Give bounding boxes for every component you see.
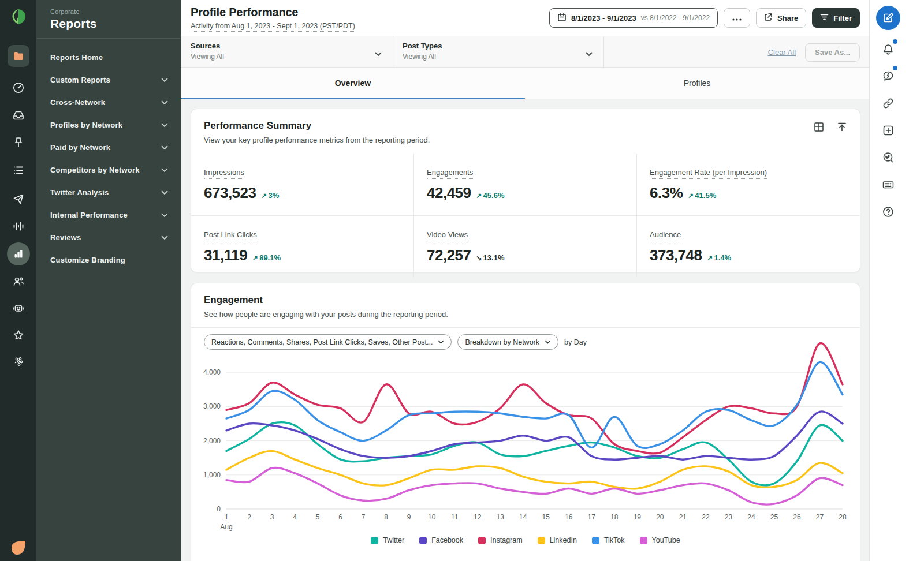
sidebar-item-customize-branding[interactable]: Customize Branding (36, 249, 181, 271)
sprout-logo-icon[interactable] (8, 6, 29, 28)
sidebar-item-label: Profiles by Network (50, 121, 122, 129)
legend-item-instagram[interactable]: Instagram (478, 536, 523, 544)
performance-summary-card: Performance Summary View your key profil… (191, 109, 860, 272)
x-axis-tick: 25 (770, 513, 778, 521)
reports-folder-icon[interactable] (8, 45, 29, 67)
keyboard-icon[interactable] (875, 172, 901, 197)
bot-icon[interactable] (8, 297, 29, 319)
sidebar-item-paid-by-network[interactable]: Paid by Network (36, 136, 181, 159)
sidebar-item-cross-network[interactable]: Cross-Network (36, 91, 181, 114)
engagement-title: Engagement (204, 294, 847, 306)
metric-label[interactable]: Engagement Rate (per Impression) (650, 168, 767, 179)
clear-all-link[interactable]: Clear All (768, 48, 796, 57)
notification-dot (893, 39, 897, 44)
profile-leaf-icon[interactable] (8, 537, 29, 559)
people-icon[interactable] (8, 271, 29, 293)
legend-swatch (592, 537, 599, 544)
x-axis-tick: 20 (656, 513, 664, 521)
x-axis-tick: 24 (747, 513, 755, 521)
date-range-button[interactable]: 8/1/2023 - 9/1/2023 vs 8/1/2022 - 9/1/20… (549, 8, 718, 28)
help-icon[interactable] (875, 199, 901, 225)
trend-down-icon: ↘ (476, 254, 482, 262)
bar-chart-icon[interactable] (7, 242, 30, 265)
y-axis-tick: 0 (217, 505, 221, 513)
sidebar-item-reviews[interactable]: Reviews (36, 226, 181, 249)
chevron-down-icon (161, 78, 168, 83)
x-axis-tick: 4 (293, 513, 297, 521)
compose-button[interactable] (876, 6, 900, 30)
gauge-icon[interactable] (8, 77, 29, 99)
sidebar-header: Corporate Reports (36, 0, 181, 39)
quick-actions-icon[interactable] (875, 63, 901, 89)
sidebar-item-twitter-analysis[interactable]: Twitter Analysis (36, 181, 181, 204)
send-icon[interactable] (8, 188, 29, 210)
link-icon[interactable] (875, 91, 901, 116)
legend-label: Instagram (490, 536, 523, 544)
legend-item-facebook[interactable]: Facebook (419, 536, 463, 544)
report-filter-bar: Sources Viewing All Post Types Viewing A… (181, 36, 869, 68)
legend-item-twitter[interactable]: Twitter (371, 536, 404, 544)
notifications-bell-icon[interactable] (875, 37, 901, 62)
y-axis-tick: 1,000 (203, 471, 221, 479)
sidebar-item-label: Paid by Network (50, 143, 110, 152)
legend-item-youtube[interactable]: YouTube (640, 536, 680, 544)
metric-label[interactable]: Audience (650, 230, 681, 241)
x-axis-tick: 19 (634, 513, 642, 521)
sidebar-item-internal-performance[interactable]: Internal Performance (36, 204, 181, 226)
apps-icon[interactable] (8, 351, 29, 373)
metric-audience: Audience373,748↗1.4% (637, 215, 860, 278)
metric-change: ↗89.1% (252, 253, 281, 262)
export-icon[interactable] (837, 122, 847, 134)
trend-up-icon: ↗ (476, 192, 482, 200)
filter-button[interactable]: Filter (812, 8, 860, 28)
metric-change: ↘13.1% (476, 253, 505, 262)
x-axis-tick: 17 (588, 513, 596, 521)
post-types-filter[interactable]: Post Types Viewing All (403, 42, 442, 61)
twitter-search-icon[interactable] (875, 145, 901, 170)
sidebar-item-profiles-by-network[interactable]: Profiles by Network (36, 114, 181, 136)
divider (191, 327, 860, 328)
metric-value: 6.3% (650, 184, 683, 202)
save-as-button[interactable]: Save As... (805, 43, 860, 62)
sidebar-item-label: Custom Reports (50, 76, 110, 84)
chevron-down-icon (161, 168, 168, 173)
tab-overview[interactable]: Overview (181, 68, 525, 99)
sidebar-item-label: Competitors by Network (50, 166, 140, 174)
trend-up-icon: ↗ (707, 254, 713, 262)
list-icon[interactable] (8, 159, 29, 181)
metric-label[interactable]: Video Views (427, 230, 468, 241)
metric-label[interactable]: Post Link Clicks (204, 230, 257, 241)
inbox-icon[interactable] (8, 104, 29, 126)
table-view-icon[interactable] (814, 122, 824, 134)
share-button[interactable]: Share (756, 8, 806, 28)
metrics-grid: Impressions673,523↗3%Engagements42,459↗4… (191, 154, 860, 272)
legend-swatch (538, 537, 545, 544)
sidebar-item-label: Twitter Analysis (50, 188, 109, 197)
x-axis-tick: 8 (384, 513, 388, 521)
sidebar-item-reports-home[interactable]: Reports Home (36, 46, 181, 69)
x-axis-tick: 28 (839, 513, 847, 521)
page-subtitle[interactable]: Activity from Aug 1, 2023 - Sept 1, 2023… (191, 22, 355, 32)
metric-label[interactable]: Impressions (204, 168, 244, 179)
filter-icon (820, 13, 829, 23)
x-axis-tick: 2 (247, 513, 251, 521)
sidebar-item-custom-reports[interactable]: Custom Reports (36, 69, 181, 91)
performance-summary-title: Performance Summary (204, 120, 847, 132)
metric-label[interactable]: Engagements (427, 168, 473, 179)
metric-engagements: Engagements42,459↗45.6% (414, 154, 637, 215)
more-actions-button[interactable] (724, 8, 750, 28)
x-axis-tick: 11 (451, 513, 459, 521)
legend-item-linkedin[interactable]: LinkedIn (538, 536, 577, 544)
chevron-down-icon (161, 100, 168, 105)
page-title: Profile Performance (191, 6, 298, 19)
tab-profiles[interactable]: Profiles (525, 68, 869, 99)
add-square-icon[interactable] (875, 118, 901, 143)
star-icon[interactable] (8, 324, 29, 346)
legend-item-tiktok[interactable]: TikTok (592, 536, 625, 544)
sources-filter[interactable]: Sources Viewing All (191, 42, 224, 61)
legend-swatch (478, 537, 486, 544)
sidebar-item-competitors-by-network[interactable]: Competitors by Network (36, 159, 181, 181)
pin-icon[interactable] (8, 132, 29, 154)
metric-change: ↗41.5% (688, 191, 716, 200)
waveform-icon[interactable] (8, 215, 29, 237)
